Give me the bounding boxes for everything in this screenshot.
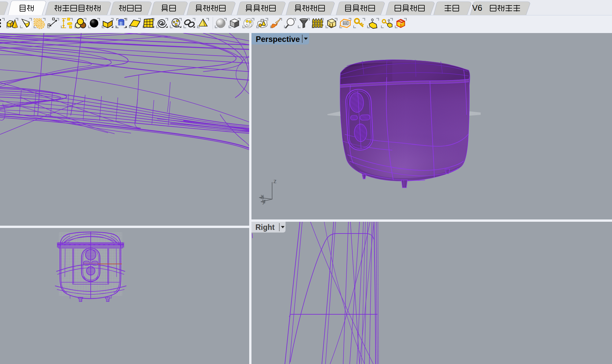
svg-text:z: z (273, 178, 277, 184)
svg-text:Perspective: Perspective (256, 35, 300, 43)
svg-text:V6: V6 (472, 3, 482, 12)
svg-text:y: y (262, 198, 266, 204)
svg-text:Right: Right (255, 223, 275, 232)
